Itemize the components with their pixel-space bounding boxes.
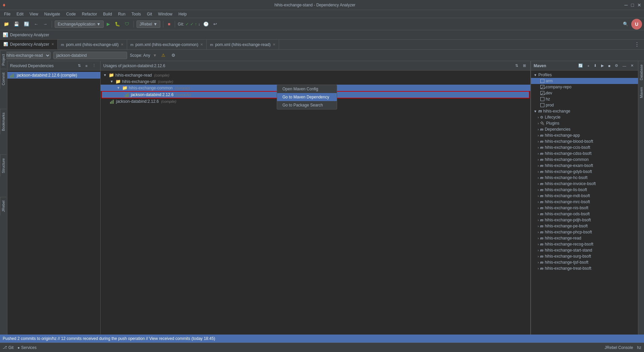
jrebel-console-item[interactable]: JRebel Console xyxy=(605,345,633,350)
maven-hihis-header[interactable]: ▼ m hihis-exchange xyxy=(531,108,638,114)
toolbar-back-button[interactable]: ← xyxy=(32,20,40,28)
ctx-go-to-maven-dep[interactable]: Go to Maven Dependency xyxy=(277,93,337,101)
menu-edit[interactable]: Edit xyxy=(14,11,26,17)
usages-group-button[interactable]: ⊞ xyxy=(521,62,528,69)
menu-help[interactable]: Help xyxy=(176,11,190,17)
menu-view[interactable]: View xyxy=(27,11,41,17)
maven-treat-bsoft[interactable]: › m hihis-exchange-treat-bsoft xyxy=(535,265,638,271)
maven-mrc-bsoft[interactable]: › m hihis-exchange-mrc-bsoft xyxy=(535,199,638,205)
git-bottom-item[interactable]: ⎇ Git xyxy=(3,345,13,350)
tab-pom-read[interactable]: m pom.xml (hihis-exchange-read) ✕ xyxy=(207,40,279,49)
dep-item-jackson[interactable]: jackson-databind:2.12.6 (compile) xyxy=(7,72,100,79)
maven-settings-button[interactable]: ⚙ xyxy=(613,62,620,69)
tab-more-button[interactable]: ⋮ xyxy=(633,40,641,49)
search-input[interactable] xyxy=(53,52,127,59)
maven-nis-bsoft[interactable]: › m hihis-exchange-nis-bsoft xyxy=(535,205,638,211)
minimize-button[interactable]: ─ xyxy=(625,2,628,8)
maven-phcp-bsoft[interactable]: › m hihis-exchange-phcp-bsoft xyxy=(535,229,638,235)
maven-profile-hz[interactable]: hz xyxy=(531,96,638,102)
debug-button[interactable]: 🐛 xyxy=(113,20,122,28)
maximize-button[interactable]: □ xyxy=(631,2,634,8)
database-side-label[interactable]: Database xyxy=(639,61,644,84)
tab-dependency-analyzer[interactable]: 📊 Dependency Analyzer ✕ xyxy=(0,40,58,49)
maven-gdyb-bsoft[interactable]: › m hihis-exchange-gdyb-bsoft xyxy=(535,169,638,175)
run-config-dropdown[interactable]: ExchangeApplication ▼ xyxy=(55,20,104,28)
menu-code[interactable]: Code xyxy=(63,11,78,17)
maven-ccis-bsoft[interactable]: › m hihis-exchange-ccis-bsoft xyxy=(535,144,638,150)
profile-company-repo-checkbox[interactable]: ✓ xyxy=(540,85,544,89)
toolbar-open-button[interactable]: 📁 xyxy=(2,20,11,28)
coverage-button[interactable]: 🛡 xyxy=(123,20,131,28)
maven-exchange-app[interactable]: › m hihis-exchange-app xyxy=(535,132,638,138)
tab-pom-read-close[interactable]: ✕ xyxy=(273,43,275,46)
maven-recog-bsoft[interactable]: › m hihis-exchange-recog-bsoft xyxy=(535,241,638,247)
tree-item-util[interactable]: ▼ 📁 hihis-exchange-util (compile) xyxy=(101,78,530,85)
git-undo-button[interactable]: ↩ xyxy=(212,20,219,28)
run-button[interactable]: ▶ xyxy=(105,20,112,28)
user-avatar[interactable]: U xyxy=(631,19,642,30)
menu-run[interactable]: Run xyxy=(115,11,128,17)
toolbar-save-button[interactable]: 💾 xyxy=(12,20,21,28)
maven-start-stand[interactable]: › m hihis-exchange-start-stand xyxy=(535,247,638,253)
maven-blood-bsoft[interactable]: › m hihis-exchange-blood-bsoft xyxy=(535,138,638,144)
close-button[interactable]: ✕ xyxy=(637,2,641,8)
profile-hz-checkbox[interactable] xyxy=(540,97,544,101)
maven-run-button[interactable]: ▶ xyxy=(599,62,605,69)
maven-right-side-label[interactable]: Maven xyxy=(639,84,644,101)
tab-dep-close[interactable]: ✕ xyxy=(51,42,54,46)
structure-side-label[interactable]: Structure xyxy=(0,155,6,177)
maven-profiles-header[interactable]: ▼ Profiles xyxy=(531,72,638,78)
menu-tools[interactable]: Tools xyxy=(129,11,144,17)
stop-button[interactable]: ■ xyxy=(166,20,172,28)
usages-sort-button[interactable]: ⇅ xyxy=(514,62,520,69)
maven-plugins[interactable]: › 🔌 Plugins xyxy=(535,120,638,126)
settings-button[interactable]: ⚙ xyxy=(170,52,177,59)
menu-file[interactable]: File xyxy=(1,11,13,17)
maven-read[interactable]: › m hihis-exchange-read xyxy=(535,235,638,241)
profile-dev-checkbox[interactable]: ✓ xyxy=(540,91,544,95)
maven-stop-button[interactable]: ■ xyxy=(606,62,612,69)
menu-navigate[interactable]: Navigate xyxy=(42,11,63,17)
maven-cdss-bsoft[interactable]: › m hihis-exchange-cdss-bsoft xyxy=(535,150,638,157)
maven-minimize-button[interactable]: — xyxy=(621,62,628,69)
maven-profile-prod[interactable]: prod xyxy=(531,102,638,108)
git-history-button[interactable]: 🕐 xyxy=(202,20,210,28)
maven-common[interactable]: › m hihis-exchange-common xyxy=(535,157,638,163)
maven-mdt-bsoft[interactable]: › m hihis-exchange-mdt-bsoft xyxy=(535,193,638,199)
tab-pom-util-close[interactable]: ✕ xyxy=(121,43,123,46)
toolbar-forward-button[interactable]: → xyxy=(41,20,49,28)
maven-invoice-bsoft[interactable]: › m hihis-exchange-invoice-bsoft xyxy=(535,181,638,187)
toolbar-sync-button[interactable]: 🔄 xyxy=(22,20,31,28)
ctx-go-to-package-search[interactable]: Go to Package Search xyxy=(277,101,337,109)
module-selector[interactable]: hihis-exchange-read xyxy=(3,52,51,59)
maven-download-button[interactable]: ⬇ xyxy=(592,62,598,69)
menu-build[interactable]: Build xyxy=(100,11,115,17)
tab-pom-util[interactable]: m pom.xml (hihis-exchange-util) ✕ xyxy=(58,40,127,49)
tab-pom-common[interactable]: m pom.xml (hihis-exchange-common) ✕ xyxy=(127,40,207,49)
maven-add-button[interactable]: + xyxy=(586,62,591,69)
services-bottom-item[interactable]: ● Services xyxy=(17,345,37,350)
profile-prod-checkbox[interactable] xyxy=(540,103,544,107)
hz-bottom-item[interactable]: hz xyxy=(637,345,641,350)
maven-surg-bsoft[interactable]: › m hihis-exchange-surg-bsoft xyxy=(535,253,638,259)
jrebel-dropdown[interactable]: JRebel ▼ xyxy=(137,20,160,28)
maven-lifecycle[interactable]: › ⚙ Lifecycle xyxy=(535,114,638,120)
maven-refresh-button[interactable]: 🔄 xyxy=(577,62,585,69)
maven-ods-bsoft[interactable]: › m hihis-exchange-ods-bsoft xyxy=(535,211,638,217)
menu-window[interactable]: Window xyxy=(155,11,175,17)
menu-git[interactable]: Git xyxy=(144,11,155,17)
resolved-more-button[interactable]: ⋮ xyxy=(91,62,98,69)
resolved-filter-button[interactable]: ≡ xyxy=(84,62,89,69)
resolved-sort-button[interactable]: ⇅ xyxy=(76,62,83,69)
maven-pe-bsoft[interactable]: › m hihis-exchange-pe-bsoft xyxy=(535,223,638,229)
profile-arm-checkbox[interactable] xyxy=(540,79,544,83)
maven-profile-dev[interactable]: ✓ dev xyxy=(531,90,638,96)
maven-hc-bsoft[interactable]: › m hihis-exchange-hc-bsoft xyxy=(535,175,638,181)
maven-lis-bsoft[interactable]: › m hihis-exchange-lis-bsoft xyxy=(535,187,638,193)
tab-pom-common-close[interactable]: ✕ xyxy=(200,43,203,46)
menu-refactor[interactable]: Refactor xyxy=(79,11,100,17)
warning-button[interactable]: ⚠ xyxy=(160,52,167,59)
maven-dependencies-root[interactable]: › m Dependencies xyxy=(535,126,638,132)
ctx-open-maven-config[interactable]: Open Maven Config xyxy=(277,85,337,93)
bookmarks-side-label[interactable]: Bookmarks xyxy=(0,109,6,134)
